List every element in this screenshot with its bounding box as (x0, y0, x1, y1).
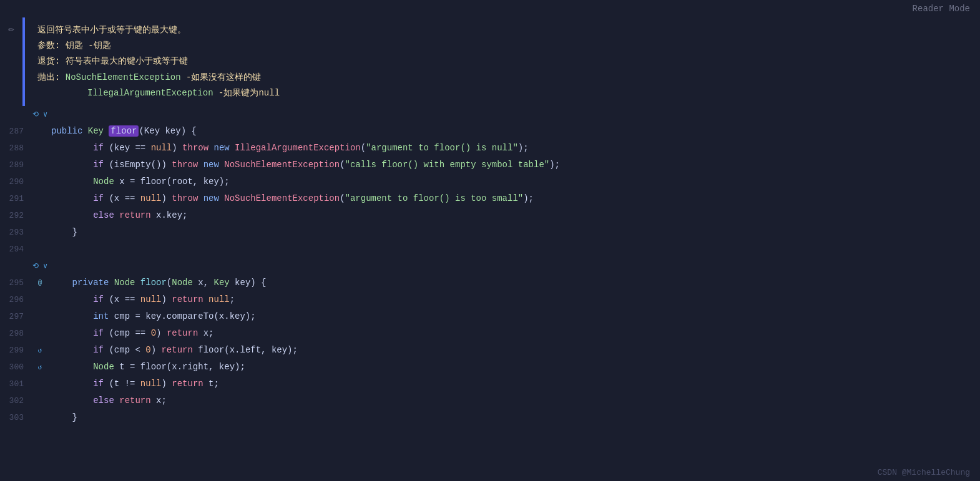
comment-line-5: IllegalArgumentException -如果键为null (37, 85, 968, 101)
code-line-295: 295 @ private Node floor(Node x, Key key… (0, 275, 980, 291)
comment-line-2: 参数: 钥匙 -钥匙 (37, 38, 968, 54)
code-line-300: 300 ↺ Node t = floor(x.right, key); (0, 359, 980, 376)
comment-block: 返回符号表中小于或等于键的最大键。 参数: 钥匙 -钥匙 退货: 符号表中最大的… (22, 17, 980, 106)
main-container: Reader Mode ✏ 返回符号表中小于或等于键的最大键。 参数: 钥匙 -… (0, 0, 980, 481)
code-line-301: 301 if (t != null) return t; (0, 376, 980, 392)
code-line-294: 294 (0, 241, 980, 258)
fold-row-287: ⟲ ∨ (0, 106, 980, 123)
code-editor: ⟲ ∨ 287 public Key floor(Key key) { 288 … (0, 106, 980, 464)
edit-icon: ✏ (8, 22, 14, 35)
comment-line-3: 退货: 符号表中最大的键小于或等于键 (37, 54, 968, 69)
code-line-291: 291 if (x == null) throw new NoSuchEleme… (0, 190, 980, 207)
reader-mode-button[interactable]: Reader Mode (913, 4, 970, 14)
code-line-303: 303 } (0, 409, 980, 426)
fold-icon-287[interactable]: ⟲ ∨ (32, 110, 47, 119)
code-line-293: 293 } (0, 224, 980, 241)
code-line-292: 292 else return x.key; (0, 207, 980, 224)
fold-row-295: ⟲ ∨ (0, 258, 980, 275)
code-line-302: 302 else return x; (0, 392, 980, 409)
code-line-298: 298 if (cmp == 0) return x; (0, 325, 980, 342)
footer-credit: CSDN @MichelleChung (878, 468, 970, 477)
comment-line-4: 抛出: NoSuchElementException -如果没有这样的键 (37, 70, 968, 85)
code-line-287: 287 public Key floor(Key key) { (0, 123, 980, 140)
fold-icon-295[interactable]: ⟲ ∨ (32, 261, 47, 271)
code-line-289: 289 if (isEmpty()) throw new NoSuchEleme… (0, 157, 980, 173)
code-line-296: 296 if (x == null) return null; (0, 291, 980, 308)
code-line-288: 288 if (key == null) throw new IllegalAr… (0, 140, 980, 157)
code-line-290: 290 Node x = floor(root, key); (0, 173, 980, 190)
comment-line-1: 返回符号表中小于或等于键的最大键。 (37, 22, 968, 38)
code-line-297: 297 int cmp = key.compareTo(x.key); (0, 308, 980, 325)
code-line-299: 299 ↺ if (cmp < 0) return floor(x.left, … (0, 342, 980, 359)
